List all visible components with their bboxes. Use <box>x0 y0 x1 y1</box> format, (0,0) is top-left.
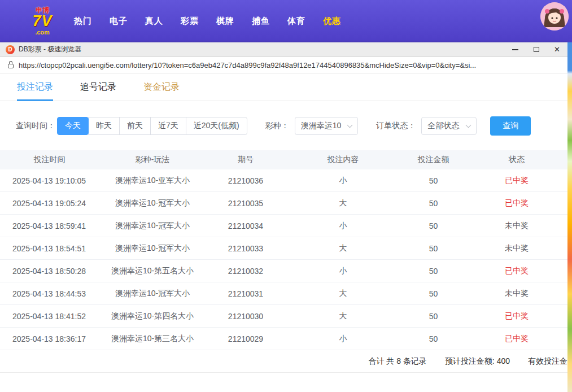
cell-content: 大 <box>285 311 401 321</box>
tab-资金记录[interactable]: 资金记录 <box>143 73 180 101</box>
cell-status: 未中奖 <box>466 289 567 299</box>
cell-status: 已中奖 <box>466 198 567 208</box>
summary-valid: 有效投注金额 <box>528 356 567 367</box>
lottery-select-value: 澳洲幸运10 <box>301 121 342 131</box>
cell-issue: 21210033 <box>206 244 285 253</box>
search-button[interactable]: 查询 <box>490 116 531 136</box>
cell-time: 2025-04-13 18:36:17 <box>0 334 99 343</box>
table-row: 2025-04-13 18:44:53澳洲幸运10-冠军大小21210031大5… <box>0 282 567 305</box>
tab-追号记录[interactable]: 追号记录 <box>80 73 116 101</box>
cell-amount: 50 <box>401 244 466 253</box>
cell-content: 小 <box>285 221 401 231</box>
cell-time: 2025-04-13 19:05:24 <box>0 199 99 208</box>
close-button[interactable]: ✕ <box>547 42 567 56</box>
table-row: 2025-04-13 18:59:41澳洲幸运10-冠军大小21210034小5… <box>0 215 567 237</box>
summary-expected: 预计投注金额: 400 <box>445 356 510 367</box>
time-filter-近20天(低频)[interactable]: 近20天(低频) <box>186 117 247 135</box>
column-header: 状态 <box>466 155 567 165</box>
column-header: 投注金额 <box>401 155 466 165</box>
cell-amount: 50 <box>401 289 466 298</box>
window-controls: ✕ <box>505 42 567 56</box>
table-row: 2025-04-13 18:50:28澳洲幸运10-第五名大小21210032小… <box>0 260 567 282</box>
cell-time: 2025-04-13 18:44:53 <box>0 289 99 298</box>
nav-item-彩票[interactable]: 彩票 <box>181 16 199 27</box>
maximize-button[interactable] <box>526 42 547 56</box>
minimize-icon <box>512 49 518 50</box>
url-text[interactable]: https://ctopcp02pcali.uengi5e.com/lotter… <box>19 61 476 69</box>
tab-bar: 投注记录追号记录资金记录 <box>0 73 567 101</box>
lottery-select[interactable]: 澳洲幸运10 <box>295 117 359 135</box>
nav-item-真人[interactable]: 真人 <box>145 16 163 27</box>
screen: 申博 7V .com 热门电子真人彩票棋牌捕鱼体育优惠 D DB彩票 - 极速浏… <box>0 0 572 392</box>
cell-status: 已中奖 <box>466 176 567 186</box>
cell-time: 2025-04-13 18:54:51 <box>0 244 99 253</box>
column-header: 彩种-玩法 <box>99 155 206 165</box>
cell-time: 2025-04-13 18:41:52 <box>0 312 99 321</box>
table-row: 2025-04-13 18:54:51澳洲幸运10-冠军大小21210033大5… <box>0 237 567 260</box>
cell-issue: 21210031 <box>206 289 285 298</box>
nav-item-棋牌[interactable]: 棋牌 <box>216 16 234 27</box>
browser-window: D DB彩票 - 极速浏览器 ✕ https://ctopcp02pcali.u… <box>0 42 567 392</box>
main-nav: 热门电子真人彩票棋牌捕鱼体育优惠 <box>74 16 341 27</box>
chevron-down-icon <box>347 122 353 128</box>
order-status-label: 订单状态： <box>376 121 416 131</box>
cell-content: 小 <box>285 176 401 186</box>
nav-item-捕鱼[interactable]: 捕鱼 <box>252 16 270 27</box>
cell-game: 澳洲幸运10-第五名大小 <box>99 266 206 276</box>
cell-content: 大 <box>285 243 401 254</box>
page-content: 投注记录追号记录资金记录 查询时间： 今天昨天前天近7天近20天(低频) 彩种：… <box>0 73 567 392</box>
column-header: 投注内容 <box>285 155 401 165</box>
background-page-strip <box>567 42 572 392</box>
browser-title-bar[interactable]: D DB彩票 - 极速浏览器 ✕ <box>0 42 567 57</box>
table-header-row: 投注时间彩种-玩法期号投注内容投注金额状态 <box>0 150 567 169</box>
tab-投注记录[interactable]: 投注记录 <box>17 73 53 101</box>
maximize-icon <box>534 47 539 52</box>
close-icon: ✕ <box>554 46 560 53</box>
order-status-select[interactable]: 全部状态 <box>421 117 477 135</box>
cell-game: 澳洲幸运10-冠军大小 <box>99 198 206 208</box>
time-filter-group: 今天昨天前天近7天近20天(低频) <box>57 117 247 135</box>
cell-game: 澳洲幸运10-冠军大小 <box>99 289 206 299</box>
table-row: 2025-04-13 18:41:52澳洲幸运10-第四名大小21210030大… <box>0 305 567 328</box>
nav-item-热门[interactable]: 热门 <box>74 16 92 27</box>
cell-status: 已中奖 <box>466 266 567 276</box>
cell-amount: 50 <box>401 221 466 230</box>
user-avatar[interactable] <box>540 2 569 31</box>
column-header: 期号 <box>206 155 285 165</box>
table-row: 2025-04-13 19:05:24澳洲幸运10-冠军大小21210035大5… <box>0 192 567 215</box>
cell-game: 澳洲幸运10-第四名大小 <box>99 311 206 321</box>
time-filter-昨天[interactable]: 昨天 <box>88 117 120 135</box>
cell-amount: 50 <box>401 334 466 343</box>
table-row: 2025-04-13 18:36:17澳洲幸运10-第三名大小21210029小… <box>0 328 567 350</box>
nav-item-体育[interactable]: 体育 <box>287 16 305 27</box>
time-filter-近7天[interactable]: 近7天 <box>150 117 186 135</box>
site-logo[interactable]: 申博 7V .com <box>25 7 59 36</box>
summary-total: 合计 共 8 条记录 <box>368 356 426 367</box>
summary-bar: 合计 共 8 条记录 预计投注金额: 400 有效投注金额 <box>0 350 567 373</box>
table-row: 2025-04-13 19:10:05澳洲幸运10-亚军大小21210036小5… <box>0 169 567 192</box>
minimize-button[interactable] <box>505 42 526 56</box>
time-filter-label: 查询时间： <box>16 121 55 131</box>
cell-content: 小 <box>285 266 401 276</box>
time-filter-今天[interactable]: 今天 <box>57 117 89 135</box>
cell-issue: 21210030 <box>206 312 285 321</box>
cell-time: 2025-04-13 18:59:41 <box>0 221 99 230</box>
cell-time: 2025-04-13 19:10:05 <box>0 176 99 185</box>
cell-game: 澳洲幸运10-冠军大小 <box>99 221 206 231</box>
cell-amount: 50 <box>401 312 466 321</box>
cell-status: 未中奖 <box>466 243 567 254</box>
bet-table: 投注时间彩种-玩法期号投注内容投注金额状态 2025-04-13 19:10:0… <box>0 150 567 350</box>
logo-main-text: 7V <box>32 14 52 29</box>
cell-issue: 21210034 <box>206 221 285 230</box>
lottery-label: 彩种： <box>265 121 289 131</box>
site-header: 申博 7V .com 热门电子真人彩票棋牌捕鱼体育优惠 <box>0 0 572 42</box>
cell-amount: 50 <box>401 176 466 185</box>
cell-status: 未中奖 <box>466 221 567 231</box>
cell-content: 小 <box>285 334 401 344</box>
nav-item-优惠[interactable]: 优惠 <box>323 16 341 27</box>
order-status-value: 全部状态 <box>427 121 459 131</box>
lock-icon <box>8 64 14 68</box>
time-filter-前天[interactable]: 前天 <box>119 117 151 135</box>
cell-status: 已中奖 <box>466 334 567 344</box>
nav-item-电子[interactable]: 电子 <box>110 16 128 27</box>
